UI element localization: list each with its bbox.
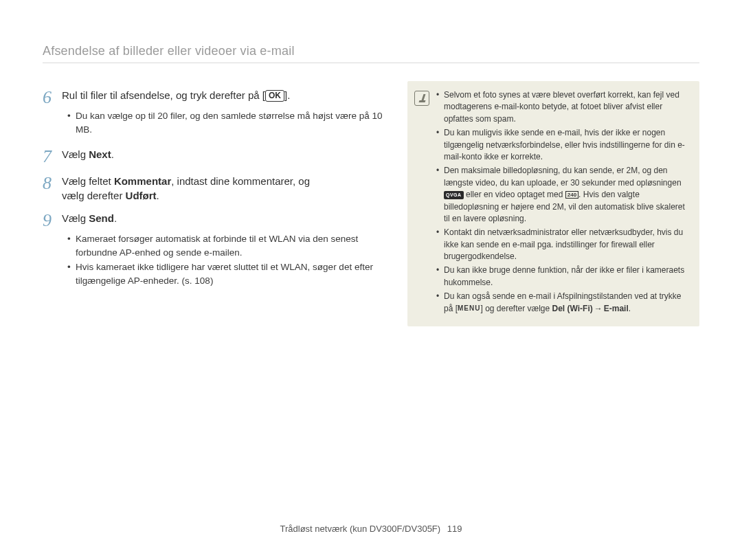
- footer-label: Trådløst netværk (kun DV300F/DV305F): [280, 524, 441, 534]
- menu-label: MENU: [458, 304, 480, 314]
- step-text: Vælg Send.: [62, 211, 117, 225]
- list-item: Du kan ikke bruge denne funktion, når de…: [436, 265, 690, 289]
- page-number: 119: [443, 524, 462, 534]
- step-number: 7: [43, 147, 62, 166]
- step9-bullets: Kameraet forsøger automatisk at forbinde…: [67, 232, 383, 287]
- step8-l1-bold: Kommentar: [114, 175, 171, 187]
- step-8: 8 Vælg feltet Kommentar, indtast dine ko…: [43, 174, 383, 203]
- note3-mid: eller en video optaget med: [464, 190, 565, 199]
- note-icon: [414, 91, 429, 106]
- step-number: 6: [43, 88, 62, 107]
- step7-post: .: [111, 148, 114, 160]
- step-number: 8: [43, 174, 62, 192]
- note6-bold2: E-mail: [604, 304, 629, 313]
- step8-l1-pre: Vælg feltet: [62, 175, 114, 187]
- step8-l2-pre: vælg derefter: [62, 190, 126, 201]
- step7-pre: Vælg: [62, 148, 89, 160]
- list-item: Du kan også sende en e-mail i Afspilning…: [436, 291, 690, 315]
- header-rule: [43, 63, 699, 63]
- step9-bold: Send: [89, 212, 114, 224]
- ok-button-label: OK: [265, 90, 284, 102]
- page-section-title: Afsendelse af billeder eller videoer via…: [43, 44, 699, 58]
- note6-post: .: [629, 304, 631, 313]
- step9-pre: Vælg: [62, 212, 89, 224]
- step8-l2-post: .: [157, 190, 159, 201]
- qvga-badge: QVGA: [444, 191, 464, 199]
- step8-l2-bold: Udført: [126, 190, 157, 201]
- step6-bullets: Du kan vælge op til 20 filer, og den sam…: [67, 109, 383, 136]
- step-text: Vælg Next.: [62, 147, 114, 161]
- list-item: Du kan vælge op til 20 filer, og den sam…: [67, 109, 383, 136]
- 240-badge: 240: [565, 191, 578, 199]
- list-item: Hvis kameraet ikke tidligere har været s…: [67, 260, 383, 287]
- notes-column: Selvom et foto synes at være blevet over…: [407, 81, 699, 326]
- list-item: Kameraet forsøger automatisk at forbinde…: [67, 232, 383, 259]
- note6-mid: ] og derefter vælge: [480, 304, 552, 313]
- step-text: Rul til filer til afsendelse, og tryk de…: [62, 88, 290, 102]
- step-text: Vælg feltet Kommentar, indtast dine komm…: [62, 174, 310, 203]
- list-item: Selvom et foto synes at være blevet over…: [436, 89, 690, 125]
- list-item: Du kan muligvis ikke sende en e-mail, hv…: [436, 127, 690, 163]
- step-9: 9 Vælg Send.: [43, 211, 383, 229]
- step6-post: ].: [284, 89, 290, 101]
- note-box: Selvom et foto synes at være blevet over…: [407, 81, 699, 326]
- step9-post: .: [114, 212, 117, 224]
- list-item: Kontakt din netværksadministrator eller …: [436, 227, 690, 262]
- step-7: 7 Vælg Next.: [43, 147, 383, 166]
- page-footer: Trådløst netværk (kun DV300F/DV305F) 119: [0, 524, 742, 534]
- step6-pre: Rul til filer til afsendelse, og tryk de…: [62, 89, 265, 101]
- step8-l1-post: , indtast dine kommentarer, og: [171, 175, 310, 187]
- step7-bold: Next: [89, 148, 111, 160]
- arrow-icon: →: [593, 303, 604, 315]
- note6-bold: Del (Wi-Fi): [552, 304, 593, 313]
- note3-pre: Den maksimale billedopløsning, du kan se…: [444, 166, 682, 187]
- instructions-column: 6 Rul til filer til afsendelse, og tryk …: [43, 81, 383, 326]
- step-number: 9: [43, 211, 62, 229]
- step-6: 6 Rul til filer til afsendelse, og tryk …: [43, 88, 383, 107]
- list-item: Den maksimale billedopløsning, du kan se…: [436, 165, 690, 225]
- note-list: Selvom et foto synes at være blevet over…: [436, 89, 690, 317]
